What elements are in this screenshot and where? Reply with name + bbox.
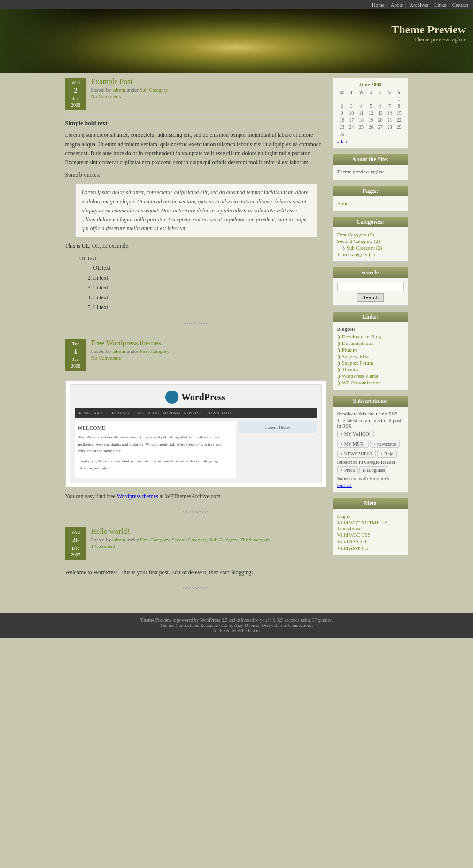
wp-welcome: WELCOME	[78, 424, 233, 432]
wp-description: WordPress is a state-of-the-art semantic…	[78, 434, 233, 454]
footer-stats: and delivered to you in 0.325 seconds us…	[228, 618, 333, 623]
nav-home[interactable]: Home	[372, 2, 385, 8]
meta-xhtml-link[interactable]: Valid W3C XHTML 1.0 Transitional	[337, 520, 388, 531]
post-li-2: Li text	[93, 283, 326, 292]
post-comments-link-3[interactable]: 1 Comment	[91, 543, 326, 549]
link-dev-blog-a[interactable]: Development Blog	[342, 334, 381, 339]
post-comments-link[interactable]: No Comments	[91, 94, 326, 99]
search-input[interactable]	[337, 282, 404, 291]
meta-login-link[interactable]: Log in	[337, 513, 351, 519]
meta-rss-link[interactable]: Valid RSS 2.0	[337, 539, 366, 544]
furl-link[interactable]: Furl It!	[337, 482, 352, 488]
link-support: Support Forum	[337, 360, 404, 366]
footer-powered-by: is powered by	[172, 618, 199, 623]
newsburst-badge[interactable]: + NEWSBURST	[337, 450, 376, 458]
link-wp-planet-a[interactable]: WordPress Planet	[342, 373, 379, 379]
post-ol-label: OL text	[93, 264, 326, 273]
post-author-link[interactable]: admin	[112, 87, 125, 93]
post-cat-first[interactable]: First Category	[140, 537, 169, 542]
footer-wp-themes-link[interactable]: WP Themes	[237, 628, 260, 633]
post-comments-link-2[interactable]: No Comments	[91, 355, 326, 360]
nav-links[interactable]: Links	[434, 2, 446, 8]
bloglines-text: Subscribe with Bloglines	[337, 475, 404, 482]
footer-author-link[interactable]: Ajay D'souza	[234, 623, 259, 628]
link-themes-a[interactable]: Themes	[342, 367, 358, 372]
post-category-link-2[interactable]: First Category	[140, 348, 169, 354]
sidebar-search-content	[333, 278, 408, 306]
post-cat-sub[interactable]: Sub Category	[209, 537, 237, 542]
msn-badge[interactable]: + MY MSN+	[337, 440, 369, 448]
sidebar-cat-sub-link[interactable]: Sub Category (2)	[347, 245, 382, 250]
post-category-link[interactable]: Sub Category	[140, 87, 168, 93]
post-title-link-2[interactable]: Free Wordpress themes	[91, 339, 162, 347]
post-year: 2008	[68, 102, 84, 109]
post-cat-second[interactable]: Second Category	[171, 537, 207, 542]
rojo-badge[interactable]: + Rojo	[377, 450, 397, 458]
footer-theme-text: Theme: Connections Reloaded v1.5 by	[160, 623, 233, 628]
sidebar-cat-second-link[interactable]: Second Category (2)	[337, 238, 380, 244]
sidebar: June 2008 M T W T F S S 1 2345678 910111…	[333, 78, 408, 603]
post-date: Wed 2 Jan 2008	[65, 78, 86, 110]
sidebar-calendar-box: June 2008 M T W T F S S 1 2345678 910111…	[333, 78, 408, 149]
nav-about[interactable]: About	[391, 2, 404, 8]
post-date-2: Tue 1 Jan 2008	[65, 339, 86, 372]
main-content: Wed 2 Jan 2008 Example Post Posted by ad…	[65, 78, 326, 603]
link-docs-a[interactable]: Documentation	[342, 340, 374, 346]
sidebar-about-box: About the Site: Theme preview tagline	[333, 154, 408, 180]
top-navigation: Home| About| Archives| Links| Contact	[0, 0, 473, 9]
sidebar-categories-box: Categories: First Category (2) Second Ca…	[333, 217, 408, 262]
post-content-text: Welcome to WordPress. This is your first…	[65, 568, 326, 577]
meta-atom-link[interactable]: Valid Atom 0.3	[337, 545, 369, 551]
yahoo-badge[interactable]: + MY YAHOO!	[337, 430, 374, 438]
pluck-badge[interactable]: + Pluck	[337, 466, 358, 474]
nav-archives[interactable]: Archives	[410, 2, 428, 8]
post-month: Jan	[68, 95, 84, 102]
wp-description-2: Simply put, WordPress is what you use wh…	[78, 458, 233, 471]
link-suggest-a[interactable]: Suggest Ideas	[342, 353, 371, 359]
sidebar-about-content: Theme preview tagline	[333, 165, 408, 180]
link-support-a[interactable]: Support Forum	[342, 360, 373, 366]
footer-derived-text: Derived from	[262, 623, 287, 628]
sidebar-cat-third-link[interactable]: Third category (1)	[337, 251, 375, 257]
link-wp-custom: WP Customization	[337, 379, 404, 386]
post-content-heading: Simple bold text	[65, 118, 326, 128]
nav-contact[interactable]: Contact	[452, 2, 468, 8]
sidebar-cat-first-link[interactable]: First Category (2)	[337, 232, 374, 237]
search-button[interactable]	[357, 293, 384, 302]
sidebar-subscriptions-title: Subscriptions:	[333, 396, 408, 407]
post-cat-third[interactable]: Third category	[240, 537, 270, 542]
post-header: Wed 2 Jan 2008 Example Post Posted by ad…	[65, 78, 326, 110]
link-wp-custom-a[interactable]: WP Customization	[342, 380, 381, 385]
sidebar-cat-second: Second Category (2)	[337, 238, 404, 244]
meta-css-link[interactable]: Valid W3C CSS	[337, 532, 371, 538]
newsgator-badge[interactable]: + newsgator	[370, 440, 400, 448]
meta-css: Valid W3C CSS	[337, 532, 404, 538]
post-month-2: Jan	[68, 356, 84, 363]
footer-wp-link[interactable]: WordPress 2.5	[200, 618, 227, 623]
post-title-link[interactable]: Example Post	[91, 78, 132, 86]
sidebar-page-about-link[interactable]: About	[337, 201, 350, 206]
sidebar-search-box: Search:	[333, 267, 408, 306]
cal-th-t: T	[347, 89, 356, 95]
post-separator-3: 〰〰〰	[65, 584, 326, 594]
footer-connections-link[interactable]: Connections	[288, 623, 312, 628]
link-plugins-a[interactable]: Plugins	[342, 347, 357, 352]
post-author-link-3[interactable]: admin	[112, 537, 125, 542]
wp-aside-column: Current Theme	[239, 421, 317, 478]
post-author-link-2[interactable]: admin	[112, 348, 125, 354]
post-day-3: 26	[68, 536, 84, 545]
post-content-3: Welcome to WordPress. This is your first…	[65, 568, 326, 577]
post-title-link-3[interactable]: Hello world!	[91, 527, 130, 535]
cat-count-sub: (2)	[376, 245, 382, 250]
post-date-3: Wed 26 Dec 2007	[65, 527, 86, 560]
wp-themes-link[interactable]: Wordpress themes	[117, 493, 158, 500]
bloglines-badge[interactable]: B Bloglines	[359, 466, 388, 474]
sidebar-links-title: Links:	[333, 312, 408, 322]
sidebar-page-about: About	[337, 200, 404, 207]
calendar-prev[interactable]: « Jan	[337, 139, 347, 144]
wp-nav-bar: HOMEABOUTEXTENDDOCSBLOGFORUMSHOSTINGDOWN…	[75, 408, 317, 418]
post-content: Simple bold text Lorem ipsum dolor sit a…	[65, 118, 326, 313]
post-li-3: Li text	[93, 293, 326, 302]
calendar-nav: « Jan	[337, 138, 404, 144]
cal-th-s2: S	[395, 89, 404, 95]
